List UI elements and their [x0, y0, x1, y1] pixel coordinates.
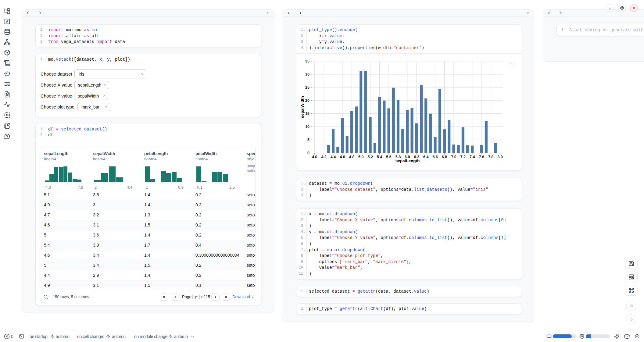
svg-text:15: 15 [305, 112, 309, 116]
svg-text:10: 10 [305, 125, 309, 129]
svg-text:20: 20 [305, 98, 309, 103]
svg-text:5: 5 [307, 138, 309, 142]
svg-text:7.0: 7.0 [451, 155, 456, 159]
svg-text:sepalLength: sepalLength [395, 159, 420, 163]
svg-text:4.4: 4.4 [331, 155, 336, 159]
svg-text:8.0: 8.0 [497, 155, 503, 159]
svg-text:0: 0 [307, 151, 309, 155]
svg-text:4.2: 4.2 [321, 155, 326, 159]
svg-text:5.0: 5.0 [358, 155, 363, 159]
svg-text:sepalWidth: sepalWidth [300, 96, 305, 118]
svg-text:7.8: 7.8 [488, 155, 493, 159]
svg-text:7.6: 7.6 [479, 155, 484, 159]
svg-text:6.6: 6.6 [432, 155, 438, 159]
svg-text:5.2: 5.2 [368, 155, 373, 159]
svg-text:4.6: 4.6 [340, 155, 345, 159]
svg-text:6.4: 6.4 [423, 155, 428, 159]
svg-text:5.4: 5.4 [377, 155, 382, 159]
svg-text:4.0: 4.0 [312, 155, 317, 159]
svg-text:4.8: 4.8 [349, 155, 354, 159]
svg-text:35: 35 [305, 59, 309, 63]
svg-text:6.8: 6.8 [442, 155, 447, 159]
svg-text:30: 30 [305, 72, 309, 77]
svg-text:25: 25 [305, 85, 309, 90]
svg-text:5.6: 5.6 [386, 155, 391, 159]
svg-text:7.2: 7.2 [460, 155, 466, 159]
svg-text:7.4: 7.4 [470, 155, 475, 159]
